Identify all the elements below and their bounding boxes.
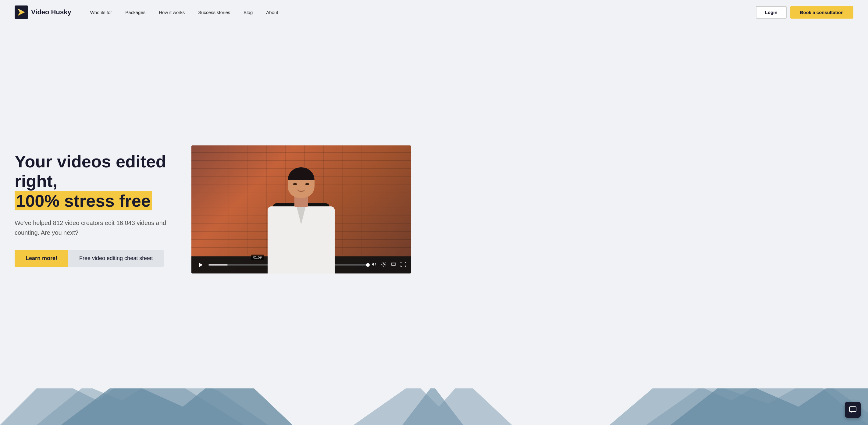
- hero-title-line2: 100% stress free: [14, 191, 152, 210]
- nav-who-its-for[interactable]: Who its for: [84, 10, 119, 15]
- login-button[interactable]: Login: [756, 6, 786, 19]
- svg-marker-3: [199, 263, 203, 267]
- resize-svg: [391, 262, 396, 267]
- nav-actions: Login Book a consultation: [756, 6, 854, 19]
- logo-text: Video Husky: [31, 8, 71, 16]
- hero-buttons: Learn more! Free video editing cheat she…: [14, 250, 173, 267]
- mountain-decoration: [0, 388, 868, 425]
- video-timestamp: 01:59: [251, 254, 264, 260]
- cheat-sheet-button[interactable]: Free video editing cheat sheet: [68, 250, 164, 267]
- nav-how-it-works[interactable]: How it works: [152, 10, 191, 15]
- learn-more-button[interactable]: Learn more!: [14, 250, 68, 267]
- fullscreen-svg: [401, 262, 406, 267]
- resize-icon[interactable]: [391, 262, 396, 268]
- nav-links: Who its for Packages How it works Succes…: [84, 10, 756, 15]
- nav-blog[interactable]: Blog: [237, 10, 259, 15]
- mountains-svg: [0, 388, 868, 425]
- nav-packages[interactable]: Packages: [119, 10, 152, 15]
- chat-widget[interactable]: [845, 402, 861, 418]
- person-head: [288, 168, 314, 198]
- nav-about[interactable]: About: [259, 10, 285, 15]
- chat-icon: [849, 406, 857, 414]
- nav-success-stories[interactable]: Success stories: [191, 10, 237, 15]
- settings-icon[interactable]: [381, 262, 386, 268]
- hero-title-line1: Your videos edited right,: [14, 152, 166, 190]
- volume-icon[interactable]: [371, 262, 377, 268]
- person-smile: [297, 188, 305, 192]
- settings-svg: [381, 262, 386, 267]
- logo-icon: [14, 5, 28, 19]
- hero-video-area: 01:59: [191, 145, 411, 273]
- hero-text-area: Your videos edited right, 100% stress fr…: [14, 152, 173, 267]
- video-ctrl-icons: [371, 262, 406, 268]
- book-consultation-button[interactable]: Book a consultation: [790, 6, 854, 19]
- fullscreen-icon[interactable]: [401, 262, 406, 268]
- video-container: 01:59: [191, 145, 411, 273]
- hero-subtitle: We've helped 812 video creators edit 16,…: [14, 218, 173, 238]
- svg-rect-5: [392, 263, 395, 266]
- person-eye-right: [305, 183, 309, 185]
- volume-svg: [371, 262, 377, 267]
- play-icon: [198, 262, 203, 268]
- navbar: Video Husky Who its for Packages How it …: [0, 0, 868, 24]
- progress-played: [209, 264, 228, 266]
- person-eye-left: [293, 183, 297, 185]
- svg-rect-14: [849, 407, 856, 412]
- video-thumbnail[interactable]: [191, 145, 411, 273]
- person-shirt: [268, 206, 335, 273]
- svg-point-4: [383, 264, 384, 265]
- logo-link[interactable]: Video Husky: [14, 5, 71, 19]
- progress-dot: [366, 263, 370, 267]
- hero-title: Your videos edited right, 100% stress fr…: [14, 152, 173, 211]
- person-collar: [293, 206, 309, 225]
- hero-section: Your videos edited right, 100% stress fr…: [0, 24, 868, 388]
- play-button[interactable]: [196, 261, 205, 269]
